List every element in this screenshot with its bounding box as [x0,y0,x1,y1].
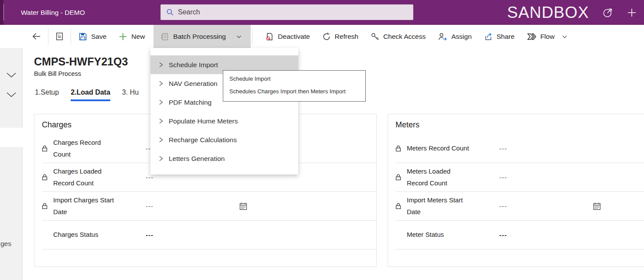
chevron-right-icon [159,80,164,87]
corner-divider [3,4,4,20]
refresh-icon [322,32,331,41]
field-label: Meters Loaded Record Count [407,166,473,189]
sidebar-selected-item[interactable] [0,128,23,147]
menu-item-label: NAV Generation [169,80,218,88]
menu-item-label: Schedule Import [169,61,218,69]
calendar-icon[interactable] [593,202,601,211]
chevron-right-icon [159,155,164,162]
field-label: Meters Record Count [407,143,473,154]
tab-load-data[interactable]: 2.Load Data [71,89,110,101]
menu-item-populate-hume-meters[interactable]: Populate Hume Meters [150,112,298,130]
field-value[interactable]: --- [499,202,644,210]
chevron-right-icon [159,99,164,106]
field-label: Meter Status [407,229,473,240]
lock-icon [42,145,53,152]
calendar-icon[interactable] [239,202,248,211]
divider [252,28,252,45]
batch-processing-label: Batch Processing [173,33,226,41]
chevron-down-icon [236,34,242,40]
check-access-button[interactable]: Check Access [365,25,432,48]
record-entity-label: Bulk Bill Process [34,70,81,77]
goal-target-icon[interactable] [602,7,613,18]
chevron-right-icon [159,61,164,68]
meters-section-title: Meters [388,114,644,130]
flow-label: Flow [540,33,555,41]
lock-icon [395,174,407,181]
field-value[interactable]: --- [146,231,369,239]
menu-item-label: PDF Matching [169,99,211,106]
lock-icon [42,174,53,181]
add-icon[interactable] [627,7,637,18]
meters-fields: Meters Record Count --- Meters Loaded Re… [388,134,644,249]
check-access-label: Check Access [383,33,426,41]
assign-label: Assign [451,33,472,41]
flow-menu-chevron[interactable] [561,25,571,48]
field-row-meter-status: Meter Status --- [395,221,644,249]
command-bar: Save New Batch Processing Deactivate [0,25,644,48]
field-value[interactable]: --- [499,145,644,152]
menu-item-recharge-calculations[interactable]: Recharge Calculations [150,130,298,149]
field-label: Charges Record Count [53,137,119,160]
search-input[interactable] [178,8,396,16]
new-label: New [131,33,145,41]
field-label: Charges Status [53,229,119,240]
tab-third-partial[interactable]: 3. Hu [122,89,139,101]
batch-processing-icon [160,32,169,41]
app-title: Water Billing - DEMO [21,0,85,25]
left-sidebar: ges [0,48,23,280]
share-button[interactable]: Share [478,25,521,48]
record-title: CMPS-HWFY21Q3 [34,55,128,68]
deactivate-icon [265,32,274,41]
lock-icon [42,203,53,209]
field-label: Import Meters Start Date [407,195,473,218]
assign-person-icon [438,32,447,41]
field-value[interactable]: --- [146,174,369,181]
app-window: Water Billing - DEMO SANDBOX [0,0,644,280]
field-value[interactable]: --- [499,174,644,181]
save-icon [78,32,87,41]
key-icon [371,32,379,41]
sidebar-collapse-chevron-1[interactable] [6,72,17,78]
header-right-group: SANDBOX [507,0,637,25]
field-value[interactable]: --- [499,231,644,239]
plus-icon [119,32,127,41]
divider [71,28,71,45]
flow-button[interactable]: Flow [521,25,561,48]
field-row-meters-record-count: Meters Record Count --- [395,134,644,163]
deactivate-button[interactable]: Deactivate [259,25,316,48]
back-button[interactable] [26,25,47,48]
share-label: Share [497,33,515,41]
field-value[interactable]: --- [146,202,369,210]
new-button[interactable]: New [112,25,151,48]
menu-item-tooltip: Schedule Import Schedules Charges Import… [223,70,366,102]
tooltip-title: Schedule Import [229,75,359,82]
tab-setup[interactable]: 1.Setup [35,89,59,101]
batch-processing-menu: Schedule Import NAV Generation PDF Match… [150,48,298,174]
field-row-import-meters-start-date: Import Meters Start Date --- [395,192,644,221]
lock-icon [395,203,407,209]
refresh-label: Refresh [335,33,358,41]
assign-button[interactable]: Assign [432,25,478,48]
field-row-charges-status: Charges Status --- [42,221,376,249]
field-row-meters-loaded-record-count: Meters Loaded Record Count --- [395,163,644,192]
batch-processing-button[interactable]: Batch Processing [153,25,251,48]
global-search[interactable] [160,4,413,20]
save-button[interactable]: Save [72,25,112,48]
field-row-import-charges-start-date: Import Charges Start Date --- [42,192,376,221]
menu-item-label: Populate Hume Meters [169,117,238,125]
meters-section: Meters Meters Record Count --- Meters Lo… [388,114,644,267]
chevron-right-icon [159,118,164,124]
chevron-right-icon [159,137,164,143]
search-icon [166,8,174,16]
menu-item-label: Recharge Calculations [169,136,237,144]
refresh-button[interactable]: Refresh [316,25,365,48]
environment-label: SANDBOX [507,4,589,20]
form-tabs: 1.Setup 2.Load Data 3. Hu [35,89,139,101]
menu-item-letters-generation[interactable]: Letters Generation [150,149,298,168]
sidebar-collapse-chevron-2[interactable] [6,92,17,98]
corner-accent [0,0,3,25]
sidebar-partial-label[interactable]: ges [0,240,11,248]
form-selector-button[interactable] [50,25,69,48]
divider [48,28,48,45]
share-icon [484,32,493,41]
